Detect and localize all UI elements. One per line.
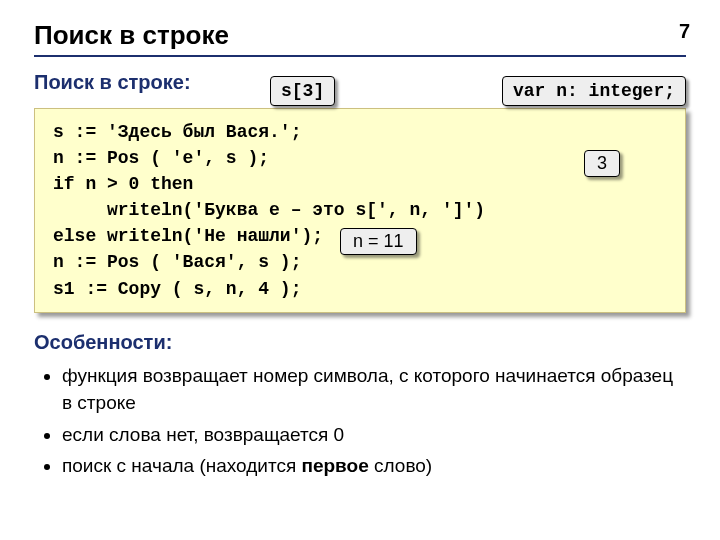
text-bold: первое xyxy=(301,455,368,476)
feature-list: функция возвращает номер символа, с кото… xyxy=(40,362,686,480)
code-block: s := 'Здесь был Вася.'; n := Pos ( 'е', … xyxy=(34,108,686,313)
list-item: если слова нет, возвращается 0 xyxy=(62,421,686,449)
page-title: Поиск в строке xyxy=(34,20,686,51)
annotation-result-3: 3 xyxy=(584,150,620,177)
annotation-row: s[3] var n: integer; xyxy=(270,76,686,116)
list-item: поиск с начала (находится первое слово) xyxy=(62,452,686,480)
title-divider xyxy=(34,55,686,57)
list-item: функция возвращает номер символа, с кото… xyxy=(62,362,686,417)
annotation-result-n11: n = 11 xyxy=(340,228,417,255)
page-number: 7 xyxy=(679,20,690,43)
annotation-vardecl: var n: integer; xyxy=(502,76,686,106)
text: слово) xyxy=(369,455,432,476)
section-label-features: Особенности: xyxy=(34,331,686,354)
text: поиск с начала (находится xyxy=(62,455,301,476)
annotation-s3: s[3] xyxy=(270,76,335,106)
